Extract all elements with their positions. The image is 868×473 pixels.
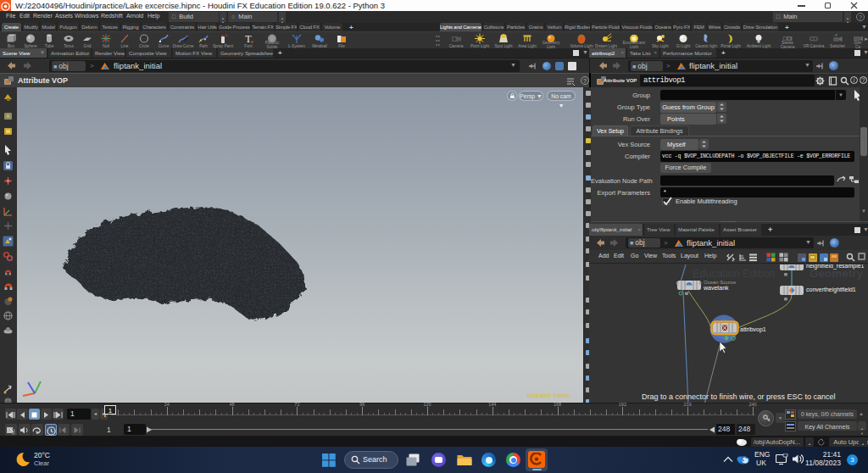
svg-text:attribvop1: attribvop1: [740, 326, 766, 333]
svg-text:Education Edition: Education Edition: [527, 392, 570, 398]
svg-text:convertheightfield1: convertheightfield1: [806, 287, 856, 293]
svg-text:wavetank: wavetank: [703, 285, 729, 291]
svg-text:T: T: [245, 33, 252, 45]
svg-text:heightfield_resample1: heightfield_resample1: [806, 264, 865, 270]
